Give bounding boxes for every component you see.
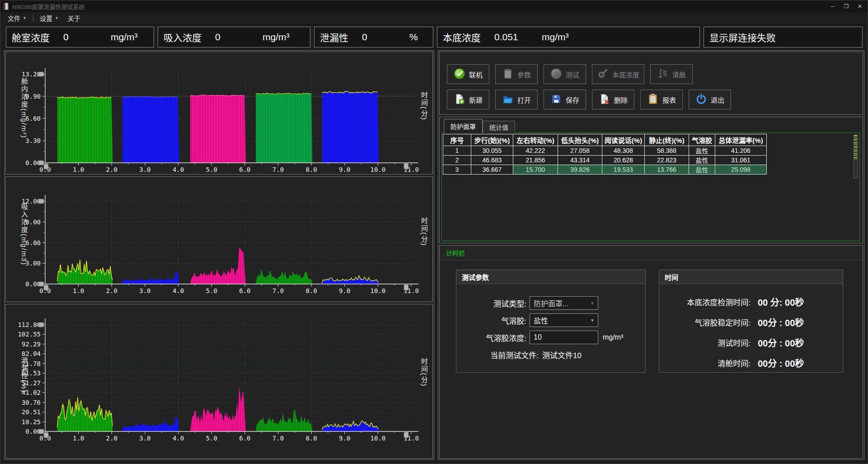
timer-section: 计时栏 测试参数 测试类型: 防护面罩... ▼ 气溶胶: 盐性 ▼ — [439, 245, 863, 459]
axis-scroll-thumb[interactable] — [38, 282, 44, 286]
status-readout-1: 舱室浓度0mg/m³ — [6, 27, 154, 47]
svg-text:1.0: 1.0 — [73, 166, 84, 173]
aerosol-concentration-input[interactable]: 10 — [530, 331, 598, 344]
minimize-icon[interactable]: ─ — [826, 0, 840, 12]
readout-label: 泄漏性 — [320, 30, 348, 44]
table-tab-content: 序号步行(始)(%)左右转动(%)低头抬头(%)阅读说话(%)静止(终)(%)气… — [441, 133, 860, 241]
time-row-3: 测试时间:00分 : 00秒 — [665, 335, 836, 350]
new-file-icon — [454, 93, 465, 106]
window-controls: ─ ❐ ✕ — [826, 0, 867, 12]
svg-text:9.0: 9.0 — [339, 287, 350, 294]
readout-value: 0.051 — [494, 32, 542, 43]
status-readout-4: 本底浓度0.051mg/m³ — [437, 27, 700, 47]
table-cell: 58.388 — [645, 146, 689, 156]
button-label: 参数 — [517, 70, 531, 79]
table-cell: 15.700 — [513, 165, 558, 175]
axis-scroll-thumb[interactable] — [404, 284, 408, 290]
title-bar: NW268面罩泄漏性测试系统 ─ ❐ ✕ — [0, 0, 868, 12]
axis-scroll-thumb[interactable] — [38, 72, 44, 76]
axis-scroll-thumb[interactable] — [38, 429, 44, 434]
report-icon — [647, 93, 659, 106]
time-row-2: 气溶胶稳定时间:00分 : 00秒 — [665, 314, 836, 330]
删除-button[interactable]: 删除 — [592, 90, 634, 109]
button-label: 删除 — [614, 95, 628, 104]
table-scrollbar[interactable] — [854, 135, 858, 178]
readout-label: 舱室浓度 — [12, 30, 50, 44]
readout-value: 0 — [362, 32, 409, 43]
参数-button[interactable]: ?参数 — [495, 64, 538, 84]
button-label: 保存 — [566, 95, 579, 104]
axis-scroll-thumb[interactable] — [404, 432, 408, 438]
axis-scroll-thumb[interactable] — [44, 164, 48, 169]
delete-file-icon — [599, 93, 610, 106]
chart-canvas: 0.0010.2520.5130.7641.0251.2761.5371.788… — [6, 304, 432, 459]
column-header: 总体泄漏率(%) — [715, 134, 767, 146]
readout-unit: mg/m³ — [111, 32, 138, 43]
打开-button[interactable]: 打开 — [495, 90, 538, 109]
aerosol-concentration-label: 气溶胶浓度: — [461, 332, 526, 343]
svg-text:6.0: 6.0 — [239, 166, 250, 173]
tab-统计值[interactable]: 统计值 — [483, 121, 515, 133]
保存-button[interactable]: 保存 — [544, 90, 586, 109]
toolbar-row-2: 新建打开保存删除报表退出 — [447, 90, 731, 109]
results-table: 序号步行(始)(%)左右转动(%)低头抬头(%)阅读说话(%)静止(终)(%)气… — [443, 134, 767, 175]
close-icon[interactable]: ✕ — [853, 0, 867, 12]
readout-unit: % — [409, 32, 418, 43]
test-type-select[interactable]: 防护面罩... ▼ — [530, 296, 598, 310]
time-row-1: 本底浓度检测时间:00 分: 00秒 — [665, 294, 836, 309]
axis-scroll-thumb[interactable] — [38, 199, 44, 204]
svg-text:10.0: 10.0 — [371, 435, 386, 442]
axis-scroll-thumb[interactable] — [404, 163, 408, 169]
concentration-unit: mg/m³ — [603, 333, 623, 341]
axis-scroll-thumb[interactable] — [38, 322, 44, 327]
svg-text:2.0: 2.0 — [106, 287, 117, 294]
axis-scroll-thumb[interactable] — [44, 432, 48, 438]
status-readout-2: 吸入浓度0mg/m³ — [158, 27, 310, 47]
button-label: 清舱 — [672, 70, 686, 79]
save-icon — [550, 93, 562, 106]
button-label: 新建 — [469, 95, 483, 104]
aerosol-select[interactable]: 盐性 ▼ — [530, 313, 598, 327]
svg-text:9.0: 9.0 — [339, 166, 350, 173]
报表-button[interactable]: 报表 — [640, 90, 683, 109]
menu-item-文件[interactable]: 文件▼ — [3, 12, 31, 24]
svg-text:7.0: 7.0 — [272, 435, 284, 442]
chevron-down-icon: ▼ — [55, 16, 59, 20]
tab-防护面罩[interactable]: 防护面罩 — [444, 119, 483, 133]
svg-text:3.0: 3.0 — [139, 287, 150, 294]
测试-button[interactable]: 测试 — [544, 64, 586, 84]
column-header: 阅读说话(%) — [602, 134, 645, 146]
table-row[interactable]: 130.05542.22227.05848.30858.388盐性41.206 — [443, 146, 767, 156]
status-message: 显示屏连接失败 — [709, 30, 776, 44]
axis-scroll-thumb[interactable] — [38, 161, 44, 165]
table-cell: 46.683 — [471, 156, 513, 165]
column-header: 序号 — [443, 134, 471, 146]
svg-text:6.0: 6.0 — [239, 435, 250, 442]
table-cell: 39.826 — [558, 165, 602, 175]
menu-bar: 文件▼设置▼关于 — [0, 12, 868, 24]
table-cell: 22.823 — [645, 156, 689, 165]
svg-text:3.0: 3.0 — [139, 166, 150, 173]
maximize-icon[interactable]: ❐ — [840, 0, 853, 12]
本底浓度-button[interactable]: 本底浓度 — [592, 64, 644, 84]
table-row[interactable]: 336.66715.70039.82619.53313.766盐性25.098 — [443, 165, 767, 175]
table-row[interactable]: 246.68321.85643.31420.62822.823盐性31.061 — [443, 156, 767, 165]
联机-button[interactable]: 联机 — [447, 64, 489, 84]
menu-item-关于[interactable]: 关于 — [63, 12, 85, 24]
status-message-box: 显示屏连接失败 — [704, 27, 863, 47]
table-cell: 盐性 — [689, 156, 715, 165]
table-cell: 1 — [443, 146, 471, 156]
readout-unit: mg/m³ — [542, 32, 569, 43]
column-header: 低头抬头(%) — [558, 134, 602, 146]
svg-text:10.0: 10.0 — [371, 287, 386, 294]
app-window: NW268面罩泄漏性测试系统 ─ ❐ ✕ 文件▼设置▼关于 舱室浓度0mg/m³… — [0, 0, 868, 464]
inhale-concentration-chart: 0.003.006.009.0012.000.01.02.03.04.05.06… — [5, 176, 433, 302]
menu-item-设置[interactable]: 设置▼ — [35, 12, 63, 24]
退出-button[interactable]: 退出 — [689, 90, 731, 109]
time-label: 清舱时间: — [665, 357, 751, 369]
新建-button[interactable]: 新建 — [447, 90, 489, 109]
chamber-concentration-chart: 0.003.306.609.9013.200.01.02.03.04.05.06… — [5, 52, 433, 175]
清舱-button[interactable]: 清舱 — [650, 64, 693, 84]
test-params-group: 测试参数 测试类型: 防护面罩... ▼ 气溶胶: 盐性 ▼ 气溶 — [456, 270, 646, 373]
axis-scroll-thumb[interactable] — [44, 285, 48, 290]
